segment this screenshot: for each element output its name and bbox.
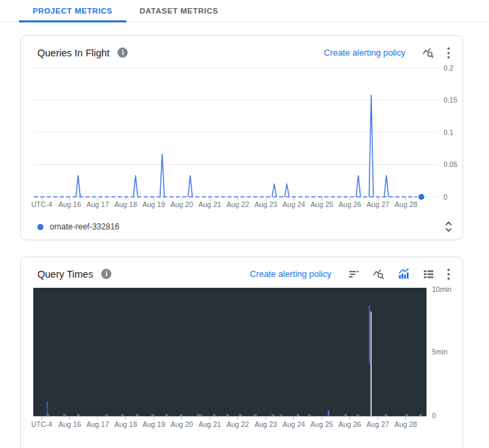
table-view-icon[interactable] bbox=[422, 268, 435, 280]
svg-text:Aug 25: Aug 25 bbox=[310, 200, 333, 208]
svg-text:Aug 17: Aug 17 bbox=[86, 420, 109, 428]
svg-text:Aug 24: Aug 24 bbox=[283, 200, 305, 208]
svg-text:Aug 25: Aug 25 bbox=[310, 420, 333, 428]
tab-bar: PROJECT METRICS DATASET METRICS bbox=[0, 0, 489, 22]
explore-data-icon[interactable] bbox=[372, 267, 385, 280]
svg-text:Aug 28: Aug 28 bbox=[395, 200, 417, 208]
svg-text:Aug 19: Aug 19 bbox=[143, 200, 165, 208]
legend-label[interactable]: ornate-reef-332816 bbox=[50, 222, 120, 231]
metrics-page: PROJECT METRICS DATASET METRICS Queries … bbox=[0, 0, 489, 448]
svg-text:Aug 20: Aug 20 bbox=[170, 420, 193, 428]
svg-text:Aug 17: Aug 17 bbox=[86, 200, 109, 208]
card-actions: Create alerting policy bbox=[324, 46, 450, 59]
info-icon[interactable]: i bbox=[101, 269, 111, 279]
query-times-heatmap[interactable]: 10min5min0UTC-4Aug 16Aug 17Aug 18Aug 19A… bbox=[21, 282, 463, 445]
card-title: Query Times bbox=[37, 269, 93, 280]
svg-text:0.2: 0.2 bbox=[443, 64, 454, 72]
svg-text:Aug 23: Aug 23 bbox=[255, 200, 277, 208]
more-options-icon[interactable] bbox=[447, 47, 450, 59]
create-alerting-policy-link[interactable]: Create alerting policy bbox=[250, 269, 331, 279]
svg-text:5min: 5min bbox=[432, 348, 448, 356]
more-options-icon[interactable] bbox=[447, 268, 450, 280]
filter-lines-icon[interactable] bbox=[348, 268, 360, 280]
explore-data-icon[interactable] bbox=[422, 46, 435, 59]
svg-text:Aug 24: Aug 24 bbox=[283, 420, 305, 428]
svg-text:UTC-4: UTC-4 bbox=[31, 420, 52, 428]
svg-text:Aug 16: Aug 16 bbox=[58, 420, 81, 428]
tab-project-metrics-label: PROJECT METRICS bbox=[33, 7, 113, 15]
svg-text:Aug 21: Aug 21 bbox=[198, 420, 221, 428]
svg-text:Aug 26: Aug 26 bbox=[338, 420, 361, 428]
svg-text:UTC-4: UTC-4 bbox=[31, 200, 52, 208]
svg-text:0: 0 bbox=[443, 193, 448, 201]
bar-chart-view-icon[interactable] bbox=[397, 267, 410, 280]
card-header: Queries In Flight i Create alerting poli… bbox=[21, 36, 463, 59]
queries-in-flight-chart[interactable]: 00.050.10.150.2UTC-4Aug 16Aug 17Aug 18Au… bbox=[21, 59, 463, 237]
svg-text:Aug 22: Aug 22 bbox=[227, 200, 249, 208]
card-title: Queries In Flight bbox=[37, 48, 109, 58]
svg-text:0.15: 0.15 bbox=[443, 96, 458, 104]
card-header: Query Times i Create alerting policy bbox=[21, 257, 463, 280]
svg-text:Aug 16: Aug 16 bbox=[58, 200, 81, 208]
active-tab-indicator bbox=[19, 20, 126, 22]
tab-dataset-metrics[interactable]: DATASET METRICS bbox=[126, 0, 232, 22]
legend-color-dot bbox=[37, 224, 43, 230]
tab-dataset-metrics-label: DATASET METRICS bbox=[140, 7, 219, 15]
svg-text:0.05: 0.05 bbox=[443, 160, 458, 168]
svg-text:Aug 20: Aug 20 bbox=[170, 200, 193, 208]
svg-text:10min: 10min bbox=[432, 285, 452, 293]
svg-text:Aug 19: Aug 19 bbox=[143, 420, 165, 428]
svg-text:Aug 27: Aug 27 bbox=[367, 200, 389, 208]
queries-in-flight-card: Queries In Flight i Create alerting poli… bbox=[20, 35, 463, 240]
svg-text:0.1: 0.1 bbox=[443, 128, 454, 136]
svg-text:Aug 26: Aug 26 bbox=[339, 200, 361, 208]
chart-legend: ornate-reef-332816 bbox=[37, 221, 453, 232]
unfold-more-icon[interactable] bbox=[444, 221, 453, 232]
svg-text:Aug 21: Aug 21 bbox=[198, 200, 221, 208]
svg-text:Aug 27: Aug 27 bbox=[367, 420, 389, 428]
svg-text:Aug 22: Aug 22 bbox=[226, 420, 249, 428]
svg-text:Aug 28: Aug 28 bbox=[395, 420, 417, 428]
tab-project-metrics[interactable]: PROJECT METRICS bbox=[19, 0, 126, 22]
svg-text:Aug 18: Aug 18 bbox=[115, 200, 137, 208]
svg-text:Aug 18: Aug 18 bbox=[114, 420, 137, 428]
card-actions: Create alerting policy bbox=[250, 267, 450, 280]
create-alerting-policy-link[interactable]: Create alerting policy bbox=[324, 48, 405, 58]
svg-text:Aug 23: Aug 23 bbox=[255, 420, 277, 428]
svg-text:0: 0 bbox=[432, 411, 436, 419]
info-icon[interactable]: i bbox=[117, 48, 128, 58]
query-times-card: Query Times i Create alerting policy bbox=[20, 257, 463, 448]
